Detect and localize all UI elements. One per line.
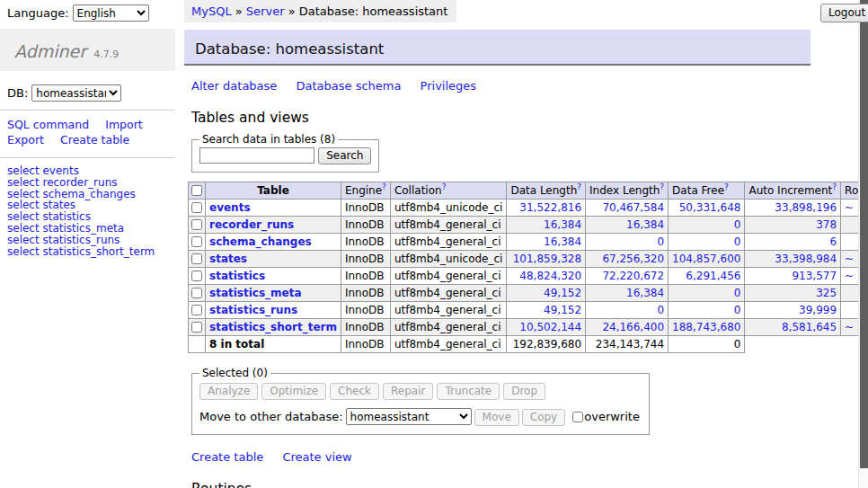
row-checkbox-statistics-runs[interactable] xyxy=(191,305,202,315)
truncate-button[interactable]: Truncate xyxy=(437,383,500,400)
sidebar-link-export[interactable]: Export xyxy=(7,133,44,146)
help-icon[interactable]: ? xyxy=(577,182,581,191)
data-free-cell: 6,291,456 xyxy=(669,268,745,285)
sidebar-link-select-statistics-short-term[interactable]: select statistics_short_term xyxy=(7,245,155,258)
tables-heading: Tables and views xyxy=(191,110,810,126)
table-link-recorder-runs[interactable]: recorder_runs xyxy=(209,218,294,231)
create-link-create-view[interactable]: Create view xyxy=(282,450,351,464)
auto-increment-cell: 378 xyxy=(745,217,841,234)
row-checkbox-cell xyxy=(189,251,206,268)
page-scrollbar[interactable] xyxy=(858,0,868,488)
row-checkbox-states[interactable] xyxy=(191,253,202,264)
table-link-schema-changes[interactable]: schema_changes xyxy=(209,235,312,248)
index-length-cell: 72,220,672 xyxy=(586,268,669,285)
repair-button[interactable]: Repair xyxy=(383,383,433,400)
optimize-button[interactable]: Optimize xyxy=(261,383,326,400)
data-free-cell: 0 xyxy=(669,302,745,319)
column-header-data-free: Data Free? xyxy=(669,182,745,200)
column-header-table: Table xyxy=(206,182,341,200)
search-fieldset: Search data in tables (8) Search xyxy=(191,133,379,173)
total-label-cell: 8 in total xyxy=(206,336,341,353)
engine-cell: InnoDB xyxy=(341,302,390,319)
data-length-cell: 10,502,144 xyxy=(507,319,586,336)
move-button[interactable]: Move xyxy=(474,409,519,426)
db-action-link-database-schema[interactable]: Database schema xyxy=(297,79,402,93)
total-data-length-cell: 192,839,680 xyxy=(507,336,586,353)
language-select[interactable]: English xyxy=(73,4,149,22)
create-link-create-table[interactable]: Create table xyxy=(191,450,263,464)
data-length-cell: 101,859,328 xyxy=(507,251,586,268)
page-title: Database: homeassistant xyxy=(184,30,810,66)
engine-cell: InnoDB xyxy=(341,268,390,285)
auto-increment-cell: 39,999 xyxy=(745,302,841,319)
breadcrumb-link-mysql[interactable]: MySQL xyxy=(191,4,232,18)
data-free-cell: 0 xyxy=(669,285,745,302)
column-header-index-length: Index Length? xyxy=(586,182,669,200)
table-link-states[interactable]: states xyxy=(209,253,247,265)
selected-actions: AnalyzeOptimizeCheckRepairTruncateDrop xyxy=(199,383,640,400)
language-row: Language:English xyxy=(0,0,175,22)
search-button[interactable]: Search xyxy=(318,147,371,164)
sidebar-link-create-table[interactable]: Create table xyxy=(60,133,129,146)
sidebar-link-sql-command[interactable]: SQL command xyxy=(7,118,89,131)
tables-table: TableEngine?Collation?Data Length?Index … xyxy=(188,182,868,353)
check-button[interactable]: Check xyxy=(330,383,379,400)
total-index-length-cell: 234,143,744 xyxy=(586,336,669,353)
row-checkbox-recorder-runs[interactable] xyxy=(191,219,202,230)
row-checkbox-statistics-short-term[interactable] xyxy=(191,322,202,333)
search-input[interactable] xyxy=(199,147,314,164)
copy-button[interactable]: Copy xyxy=(522,409,565,426)
column-header-engine: Engine? xyxy=(341,182,390,200)
table-name-cell: schema_changes xyxy=(206,234,341,251)
overwrite-checkbox[interactable] xyxy=(572,412,583,422)
engine-cell: InnoDB xyxy=(341,319,390,336)
table-link-statistics-runs[interactable]: statistics_runs xyxy=(209,304,297,316)
db-select[interactable]: homeassistant xyxy=(31,84,121,102)
table-link-statistics[interactable]: statistics xyxy=(209,270,265,282)
help-icon[interactable]: ? xyxy=(660,182,664,191)
auto-increment-cell: 8,581,645 xyxy=(745,319,841,336)
collation-cell: utf8mb4_unicode_ci xyxy=(390,200,507,217)
index-length-cell: 67,256,320 xyxy=(586,251,669,268)
table-link-statistics-short-term[interactable]: statistics_short_term xyxy=(209,321,337,333)
row-checkbox-events[interactable] xyxy=(191,202,202,213)
collation-cell: utf8mb4_general_ci xyxy=(390,285,507,302)
help-icon[interactable]: ? xyxy=(382,182,386,191)
row-checkbox-statistics[interactable] xyxy=(191,271,202,281)
row-checkbox-statistics-meta[interactable] xyxy=(191,288,202,298)
help-icon[interactable]: ? xyxy=(442,182,447,191)
db-action-link-alter-database[interactable]: Alter database xyxy=(191,79,277,93)
breadcrumb-separator: » xyxy=(285,4,299,18)
db-action-link-privileges[interactable]: Privileges xyxy=(421,79,477,93)
logout-button[interactable]: Logout xyxy=(820,4,868,22)
routines-heading: Routines xyxy=(191,481,810,488)
data-length-cell: 49,152 xyxy=(507,302,586,319)
drop-button[interactable]: Drop xyxy=(503,383,545,400)
engine-cell: InnoDB xyxy=(341,200,390,217)
table-link-statistics-meta[interactable]: statistics_meta xyxy=(209,287,302,299)
collation-cell: utf8mb4_general_ci xyxy=(390,319,507,336)
help-icon[interactable]: ? xyxy=(724,182,729,191)
help-icon[interactable]: ? xyxy=(832,182,837,191)
collation-cell: utf8mb4_general_ci xyxy=(390,302,507,319)
row-checkbox-schema-changes[interactable] xyxy=(191,236,202,247)
sidebar-menu: SQL command Import Export Create table xyxy=(0,111,171,149)
collation-cell: utf8mb4_general_ci xyxy=(390,234,507,251)
table-header-row: TableEngine?Collation?Data Length?Index … xyxy=(189,182,868,200)
scrollbar-thumb[interactable] xyxy=(860,0,868,468)
move-database-select[interactable]: homeassistant xyxy=(346,408,472,425)
total-data-free-cell: 0 xyxy=(669,336,745,353)
table-name-cell: states xyxy=(206,251,341,268)
collation-cell: utf8mb4_general_ci xyxy=(390,268,507,285)
table-link-events[interactable]: events xyxy=(209,201,251,214)
analyze-button[interactable]: Analyze xyxy=(199,383,258,400)
engine-cell: InnoDB xyxy=(341,251,390,268)
overwrite-label: overwrite xyxy=(584,410,640,423)
collation-cell: utf8mb4_unicode_ci xyxy=(390,251,507,268)
search-legend: Search data in tables (8) xyxy=(199,133,338,146)
table-name-cell: statistics_meta xyxy=(206,285,341,302)
table-row: schema_changesInnoDButf8mb4_general_ci16… xyxy=(189,234,868,251)
sidebar-link-import[interactable]: Import xyxy=(105,118,143,131)
breadcrumb-link-server[interactable]: Server xyxy=(246,4,285,18)
select-all-checkbox[interactable] xyxy=(191,185,202,196)
